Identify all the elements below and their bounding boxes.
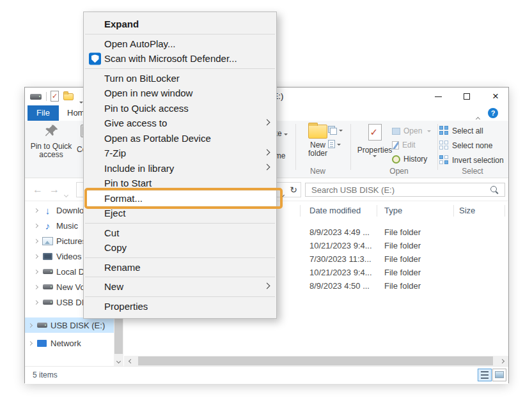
column-header-date-modified[interactable]: Date modified (309, 204, 361, 218)
context-menu-item[interactable]: Cut (84, 225, 276, 241)
history-button[interactable]: History (392, 155, 427, 164)
context-menu-item[interactable]: Expand (84, 17, 276, 32)
column-header-type[interactable]: Type (384, 204, 402, 218)
scroll-left-icon[interactable] (125, 356, 136, 366)
ribbon-group-label-open: Open (370, 167, 428, 176)
sidebar-item-icon (42, 297, 53, 307)
recent-locations-icon[interactable] (65, 188, 68, 199)
search-input[interactable] (306, 185, 490, 195)
select-none-button[interactable]: Select none (439, 141, 492, 150)
pin-to-quick-access-button[interactable]: Pin to Quick access (30, 123, 72, 159)
sidebar-item[interactable]: Network (25, 335, 114, 351)
sidebar-item-icon (42, 236, 53, 246)
scrollbar-thumb[interactable] (138, 356, 493, 365)
invert-selection-icon (439, 155, 449, 165)
sidebar-item-icon (42, 266, 53, 277)
column-divider (505, 205, 505, 217)
context-menu-item[interactable]: Eject (84, 206, 276, 221)
submenu-arrow-icon (264, 149, 270, 155)
submenu-arrow-icon (264, 164, 270, 171)
expand-chevron-icon[interactable] (34, 284, 38, 289)
ribbon-group-label-new: New (301, 167, 334, 176)
context-menu: Expand Open AutoPlay... (83, 11, 277, 319)
expand-chevron-icon[interactable] (34, 300, 38, 304)
scroll-right-icon[interactable] (497, 356, 507, 366)
column-header-size[interactable]: Size (459, 204, 475, 218)
open-button: Open (392, 126, 431, 135)
close-button[interactable]: × (486, 88, 505, 105)
cell-date-modified: 8/9/2023 4:49 ... (309, 225, 381, 239)
sidebar-item-icon (36, 338, 47, 348)
context-menu-item[interactable]: Include in library (84, 161, 276, 176)
expand-chevron-icon[interactable] (34, 208, 38, 212)
sidebar-item-icon (42, 251, 53, 261)
expand-chevron-icon[interactable] (34, 269, 38, 273)
forward-button[interactable]: → (49, 178, 59, 201)
column-divider (377, 205, 377, 217)
defender-icon (89, 52, 101, 65)
context-menu-item[interactable]: Rename (84, 260, 276, 275)
expand-chevron-icon[interactable] (28, 323, 33, 327)
context-menu-item[interactable]: Scan with Microsoft Defender... (84, 51, 276, 66)
context-menu-item[interactable]: 7-Zip (84, 146, 276, 161)
dropdown-caret-icon (337, 144, 341, 148)
context-menu-item[interactable]: Properties (84, 299, 276, 314)
edit-icon (392, 141, 399, 149)
properties-qat-icon[interactable] (51, 91, 59, 102)
context-menu-item[interactable]: Open AutoPlay... (84, 36, 276, 52)
invert-selection-button[interactable]: Invert selection (439, 155, 504, 165)
horizontal-scrollbar[interactable] (124, 356, 508, 366)
screen: USB DISK (E:) × File Home ? Pin to Quick… (0, 0, 532, 405)
item-count: 5 items (33, 367, 58, 385)
address-dropdown-icon[interactable] (281, 188, 284, 199)
context-menu-item[interactable]: Format... (84, 191, 276, 206)
context-menu-item[interactable]: Turn on BitLocker (84, 71, 276, 86)
cell-type: File folder (384, 239, 421, 252)
open-label: Open (403, 126, 422, 135)
pushpin-icon (43, 123, 59, 140)
back-button[interactable]: ← (33, 178, 43, 201)
sidebar-item[interactable]: USB DISK (E:) (25, 317, 114, 333)
details-view-icon (481, 371, 489, 379)
thumbnails-view-icon (495, 371, 504, 378)
search-icon[interactable] (490, 186, 499, 194)
expand-chevron-icon[interactable] (28, 340, 33, 345)
scroll-down-icon[interactable] (114, 356, 123, 366)
expand-chevron-icon[interactable] (34, 254, 38, 258)
properties-button[interactable]: Properties (354, 124, 396, 159)
context-menu-item[interactable]: Open in new window (84, 86, 276, 101)
expand-chevron-icon[interactable] (34, 223, 38, 227)
easy-access-button[interactable] (328, 140, 341, 148)
menu-separator (85, 257, 275, 258)
maximize-button[interactable] (457, 88, 476, 105)
refresh-icon[interactable]: ↻ (290, 183, 297, 197)
submenu-arrow-icon (264, 119, 270, 125)
new-folder-qat-icon[interactable] (63, 93, 74, 100)
context-menu-item[interactable]: Open as Portable Device (84, 131, 276, 146)
context-menu-item[interactable]: New (84, 279, 276, 294)
easy-access-icon (328, 140, 335, 148)
history-label: History (403, 155, 427, 164)
minimize-icon (435, 96, 442, 97)
expand-chevron-icon[interactable] (34, 238, 38, 243)
minimize-button[interactable] (428, 88, 448, 105)
ribbon-group-label-select: Select (447, 167, 498, 176)
new-item-button[interactable] (328, 126, 343, 135)
sidebar-item-icon (42, 282, 53, 292)
context-menu-item[interactable]: Copy (84, 240, 276, 256)
properties-icon (368, 124, 382, 141)
column-divider (300, 205, 301, 217)
context-menu-item[interactable]: Give access to (84, 116, 276, 131)
context-menu-item[interactable]: Pin to Quick access (84, 101, 276, 116)
select-all-button[interactable]: Select all (439, 126, 483, 135)
dropdown-caret-icon (284, 134, 288, 137)
select-none-label: Select none (452, 141, 492, 150)
tab-file[interactable]: File (27, 105, 59, 121)
search-box[interactable] (305, 183, 505, 197)
dropdown-caret-icon (373, 155, 377, 159)
context-menu-item[interactable]: Pin to Start (84, 176, 276, 191)
details-view-button[interactable] (478, 369, 492, 381)
thumbnails-view-button[interactable] (492, 369, 506, 381)
help-button[interactable]: ? (488, 108, 498, 118)
cell-type: File folder (384, 225, 421, 239)
